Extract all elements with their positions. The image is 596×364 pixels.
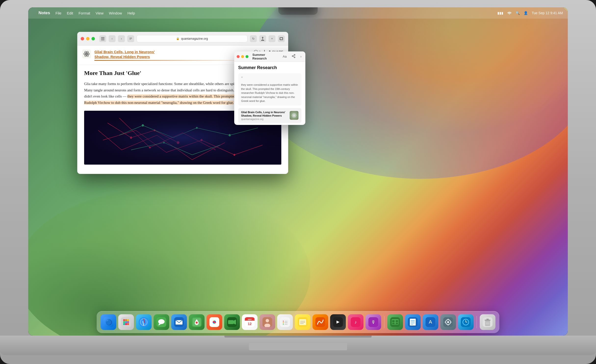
svg-rect-120	[392, 320, 395, 322]
menubar-window-item[interactable]: Window	[109, 11, 122, 15]
browser-minimize-btn[interactable]	[86, 37, 90, 40]
dock-syspreferences[interactable]	[440, 314, 456, 330]
notes-aa-btn[interactable]: Aa	[281, 54, 288, 59]
url-bar[interactable]: 🔒 quantamagazine.org	[137, 35, 247, 42]
browser-window-controls	[81, 37, 95, 40]
svg-point-96	[266, 319, 269, 322]
svg-point-57	[125, 319, 127, 321]
svg-line-47	[293, 55, 294, 56]
dock-pages[interactable]	[405, 314, 421, 330]
dock-music[interactable]: ♪	[348, 314, 363, 330]
notes-link-title: Glial Brain Cells, Long in Neurons' Shad…	[241, 110, 287, 118]
browser-maximize-btn[interactable]	[91, 37, 95, 40]
dock: 🔵	[97, 311, 499, 333]
dock-finder[interactable]: 🔵	[101, 314, 116, 330]
dock-trash[interactable]	[480, 314, 495, 330]
browser-tabs-btn[interactable]	[278, 35, 285, 42]
notes-link-icon	[290, 111, 298, 120]
browser-back-btn[interactable]: ‹	[109, 35, 116, 42]
dock-launchpad[interactable]	[118, 314, 134, 330]
svg-rect-0	[101, 37, 104, 38]
menubar-edit-item[interactable]: Edit	[67, 11, 73, 15]
svg-rect-107	[299, 319, 306, 325]
dock-appstore[interactable]: A	[423, 314, 438, 330]
dock-facetime[interactable]	[224, 314, 240, 330]
macbook-bottom	[0, 336, 596, 355]
dock-mail[interactable]	[171, 314, 187, 330]
svg-text:♪: ♪	[355, 320, 357, 325]
browser-toolbar: ‹ › 🔒 quantamagazine.org ↻	[77, 32, 288, 46]
notes-link-card[interactable]: Glial Brain Cells, Long in Neurons' Shad…	[238, 108, 301, 123]
menubar-help-item[interactable]: Help	[127, 11, 135, 15]
screen-bezel: Notes quantamagazine.org File Edit Forma…	[28, 7, 568, 336]
svg-text:▶: ▶	[337, 320, 340, 324]
article-title-block: Glial Brain Cells, Long in Neurons' Shad…	[94, 49, 250, 61]
notes-window-controls	[237, 55, 248, 58]
notes-maximize-btn[interactable]	[246, 55, 248, 58]
dock-photos[interactable]	[207, 314, 222, 330]
menubar-format-item[interactable]: Format	[78, 11, 90, 15]
dock-screentime[interactable]	[458, 314, 474, 330]
svg-point-64	[127, 323, 129, 325]
notes-quote-block: " they were considered a supportive matr…	[238, 73, 301, 106]
notes-note-title: Summer Research	[238, 65, 301, 70]
menubar-wifi-icon	[507, 11, 512, 15]
menubar-view-item[interactable]: View	[96, 11, 104, 15]
svg-point-62	[123, 323, 125, 325]
notes-window-title: Summer Research	[252, 53, 279, 60]
browser-share-btn[interactable]	[259, 35, 266, 42]
svg-point-49	[293, 115, 295, 116]
dock-messages[interactable]	[154, 314, 169, 330]
dock-notes[interactable]	[295, 314, 311, 330]
svg-point-63	[125, 323, 127, 325]
svg-text:SEP: SEP	[248, 318, 252, 321]
svg-point-104	[283, 324, 284, 325]
notes-share-btn[interactable]	[290, 54, 297, 59]
notes-expand-btn[interactable]: ›	[299, 54, 303, 59]
browser-new-tab-btn[interactable]: +	[269, 35, 275, 42]
menubar-search-icon[interactable]: 🔍	[516, 11, 520, 15]
article-title: Glial Brain Cells, Long in Neurons' Shad…	[94, 49, 250, 59]
dock-contacts[interactable]	[259, 314, 275, 330]
browser-close-btn[interactable]	[81, 37, 84, 40]
dock-podcasts[interactable]: 🎙	[365, 314, 381, 330]
svg-point-56	[123, 319, 125, 321]
svg-text:A: A	[429, 319, 432, 325]
macbook-outer: Notes quantamagazine.org File Edit Forma…	[0, 0, 596, 364]
trackpad	[249, 343, 347, 350]
svg-point-44	[294, 54, 295, 55]
svg-rect-122	[392, 323, 395, 324]
browser-reader-btn[interactable]	[127, 35, 134, 42]
svg-rect-121	[396, 320, 398, 322]
notes-content: Summer Research " they were considered a…	[234, 62, 305, 125]
browser-forward-btn[interactable]: ›	[118, 35, 125, 42]
dock-separator-2	[477, 316, 477, 328]
browser-sidebar-toggle[interactable]	[99, 35, 106, 42]
dock-numbers[interactable]	[387, 314, 403, 330]
svg-point-77	[196, 322, 198, 324]
dock-freeform[interactable]	[312, 314, 328, 330]
menubar-app-name[interactable]: Notes	[39, 11, 50, 15]
svg-point-71	[158, 319, 165, 324]
svg-rect-2	[101, 40, 104, 40]
notes-link-text: Glial Brain Cells, Long in Neurons' Shad…	[241, 110, 287, 121]
dock-safari[interactable]	[136, 314, 152, 330]
dock-maps[interactable]	[189, 314, 205, 330]
svg-point-60	[125, 321, 127, 323]
notes-minimize-btn[interactable]	[241, 55, 244, 58]
dock-reminders[interactable]	[277, 314, 293, 330]
svg-point-59	[123, 321, 125, 323]
browser-reload-btn[interactable]: ↻	[250, 35, 257, 42]
svg-point-45	[292, 56, 293, 57]
dock-appletv[interactable]: ▶	[330, 314, 346, 330]
menubar-left: Notes quantamagazine.org File Edit Forma…	[33, 11, 135, 15]
notes-close-btn[interactable]	[237, 55, 240, 58]
menubar-file-item[interactable]: File	[55, 11, 61, 15]
svg-point-46	[294, 57, 295, 58]
menubar-user-icon[interactable]: 👤	[524, 11, 528, 15]
dock-calendar[interactable]: 12 SEP	[242, 314, 258, 330]
svg-point-134	[447, 321, 449, 323]
svg-line-48	[293, 56, 294, 57]
svg-point-58	[127, 319, 129, 321]
svg-text:🎙: 🎙	[371, 320, 376, 325]
